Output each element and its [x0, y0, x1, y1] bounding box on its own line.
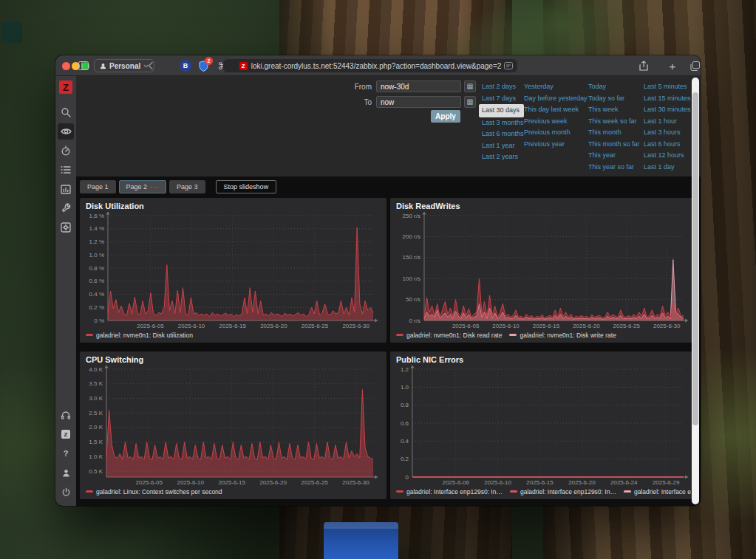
svg-text:2025-6-05: 2025-6-05: [452, 323, 480, 329]
cpu-switching-chart[interactable]: 4.0 K3.5 K3.0 K2.5 K2.0 K1.5 K1.0 K0.5 K…: [86, 366, 381, 487]
apply-button[interactable]: Apply: [431, 110, 460, 123]
quick-link[interactable]: Today so far: [588, 93, 640, 105]
quick-links-column-2: YesterdayDay before yesterdayThis day la…: [524, 81, 588, 150]
quick-link[interactable]: Last 2 years: [482, 151, 524, 163]
quick-link[interactable]: Last 5 minutes: [644, 81, 691, 93]
from-calendar-icon[interactable]: ▦: [464, 80, 476, 92]
legend-swatch: [624, 490, 631, 493]
quick-link[interactable]: Last 15 minutes: [644, 93, 691, 105]
quick-link[interactable]: Previous year: [524, 139, 588, 151]
support-headset-icon[interactable]: [58, 407, 74, 423]
to-calendar-icon[interactable]: ▦: [464, 96, 476, 108]
administration-gear-icon[interactable]: [58, 219, 74, 236]
quick-link[interactable]: Last 6 hours: [644, 139, 691, 151]
quick-link[interactable]: Previous month: [524, 127, 588, 139]
to-input[interactable]: [376, 96, 461, 108]
disk-utilization-chart[interactable]: 1.6 %1.4 %1.2 %1.0 %0.8 %0.6 %0.4 %0.2 %…: [86, 212, 381, 330]
quick-link[interactable]: Last 1 hour: [644, 116, 691, 128]
address-bar[interactable]: Z loki.great-cordylus.ts.net:52443/zabbi…: [223, 59, 517, 72]
svg-text:1.0 %: 1.0 %: [89, 252, 104, 258]
quick-link[interactable]: This week: [588, 104, 640, 116]
data-collection-wrench-icon[interactable]: [58, 200, 74, 216]
quick-link[interactable]: Previous week: [524, 116, 588, 128]
user-settings-icon[interactable]: [58, 464, 74, 481]
legend-item: galadriel: Linux: Context switches per s…: [86, 488, 222, 495]
quick-link[interactable]: Last 3 hours: [644, 127, 691, 139]
legend-item: galadriel: Interface enp129s0: O…: [624, 488, 691, 495]
extension-shield-icon[interactable]: 2: [197, 60, 209, 72]
quick-link[interactable]: This week so far: [588, 116, 640, 128]
desktop-item[interactable]: [1, 22, 22, 43]
tab-page-2[interactable]: Page 2···: [119, 180, 167, 193]
from-input[interactable]: [376, 80, 461, 92]
legend-item: galadriel: nvme0n1: Disk utilization: [86, 332, 193, 339]
quick-links-column-1: Last 2 daysLast 7 daysLast 30 daysLast 3…: [482, 81, 524, 163]
quick-link[interactable]: Last 1 day: [644, 162, 691, 174]
quick-link[interactable]: This month: [588, 127, 640, 139]
quick-link[interactable]: Last 1 year: [482, 140, 524, 152]
integrations-z-icon[interactable]: Z: [58, 426, 74, 442]
zabbix-logo[interactable]: Z: [59, 80, 72, 94]
legend-item: galadriel: nvme0n1: Disk write rate: [509, 332, 616, 339]
svg-text:1.4 %: 1.4 %: [89, 225, 104, 232]
legend-item: galadriel: Interface enp129s0: In…: [510, 488, 616, 495]
legend-item: galadriel: Interface enp129s0: In…: [396, 488, 503, 495]
tab-overview-icon[interactable]: [689, 60, 701, 72]
quick-link[interactable]: This year so far: [588, 162, 640, 174]
tab-page-3[interactable]: Page 3: [169, 180, 205, 193]
svg-text:0.4 %: 0.4 %: [89, 291, 104, 298]
quick-link[interactable]: This month so far: [588, 139, 640, 151]
sidebar-toggle-icon[interactable]: [78, 60, 89, 72]
sign-out-icon[interactable]: [58, 484, 74, 500]
svg-text:2025-6-25: 2025-6-25: [302, 323, 329, 329]
reader-icon[interactable]: [504, 62, 513, 71]
quick-link[interactable]: Last 3 months: [482, 117, 524, 129]
close-window-button[interactable]: [62, 62, 70, 70]
chart-legend: galadriel: Interface enp129s0: In…galadr…: [396, 487, 691, 496]
background-window[interactable]: [324, 522, 398, 559]
svg-text:0.8: 0.8: [401, 402, 409, 408]
new-tab-icon[interactable]: +: [667, 60, 678, 72]
tab-menu-dots-icon[interactable]: ···: [150, 183, 159, 191]
svg-text:2025-6-10: 2025-6-10: [484, 479, 511, 486]
stop-slideshow-button[interactable]: Stop slideshow: [216, 180, 277, 193]
services-stopwatch-icon[interactable]: [58, 143, 74, 159]
inventory-list-icon[interactable]: [58, 162, 74, 178]
quick-link[interactable]: Yesterday: [524, 81, 588, 93]
quick-link[interactable]: This year: [588, 150, 640, 162]
svg-text:2025-6-24: 2025-6-24: [610, 479, 638, 486]
scrollbar[interactable]: [692, 78, 699, 504]
disk-readwrites-chart[interactable]: 250 r/s200 r/s150 r/s100 r/s50 r/s0 r/s2…: [396, 212, 691, 330]
quick-link[interactable]: Last 30 days: [479, 104, 524, 117]
svg-text:2025-6-15: 2025-6-15: [526, 479, 554, 486]
quick-link[interactable]: This day last week: [524, 104, 588, 116]
browser-toolbar: Personal B 2 ⌘ Z loki.great-cordylus.ts.…: [55, 55, 701, 76]
quick-link[interactable]: Last 12 hours: [644, 150, 691, 162]
reports-chart-icon[interactable]: [58, 181, 74, 197]
tab-page-1[interactable]: Page 1: [80, 180, 116, 193]
scrollbar-thumb[interactable]: [692, 92, 698, 425]
widget-public-nic-errors: Public NIC Errors 1.21.00.80.60.40.20202…: [390, 351, 697, 499]
svg-text:2.5 K: 2.5 K: [89, 410, 103, 416]
svg-text:1.6 %: 1.6 %: [89, 213, 104, 219]
svg-text:1.2: 1.2: [401, 366, 409, 373]
svg-text:2025-6-06: 2025-6-06: [442, 479, 469, 486]
back-icon[interactable]: [145, 60, 157, 72]
legend-swatch: [510, 490, 517, 493]
quick-link[interactable]: Last 30 minutes: [644, 104, 691, 116]
quick-link[interactable]: Last 2 days: [482, 81, 524, 93]
monitoring-eye-icon[interactable]: [58, 123, 74, 140]
public-nic-errors-chart[interactable]: 1.21.00.80.60.40.202025-6-062025-6-10202…: [396, 366, 691, 487]
svg-text:2025-6-30: 2025-6-30: [342, 323, 370, 329]
extension-b-icon[interactable]: B: [180, 60, 191, 72]
search-icon[interactable]: [58, 104, 74, 120]
svg-text:2025-6-30: 2025-6-30: [342, 479, 370, 486]
quick-link[interactable]: Last 6 months: [482, 128, 524, 140]
browser-viewport: Z: [55, 76, 701, 506]
quick-link[interactable]: Today: [588, 81, 640, 93]
quick-link[interactable]: Day before yesterday: [524, 93, 588, 105]
share-icon[interactable]: [638, 60, 650, 72]
quick-link[interactable]: Last 7 days: [482, 93, 524, 105]
legend-swatch: [396, 490, 403, 493]
help-icon[interactable]: ?: [58, 445, 74, 462]
